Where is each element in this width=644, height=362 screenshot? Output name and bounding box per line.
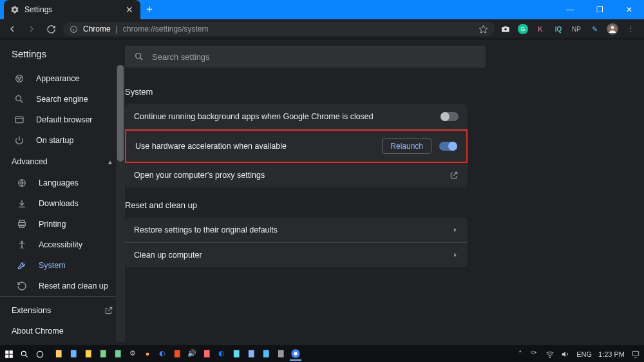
taskbar-ms-icon[interactable]: ▇ — [171, 348, 183, 359]
sidebar-item-languages[interactable]: Languages — [0, 173, 125, 193]
row-restore-defaults[interactable]: Restore settings to their original defau… — [125, 218, 468, 243]
browser-icon — [14, 115, 24, 125]
tray-chevron-icon[interactable]: ˄ — [518, 350, 522, 358]
sidebar-item-default-browser[interactable]: Default browser — [0, 110, 125, 130]
settings-sidebar: Settings Appearance Search engine Defaul… — [0, 39, 125, 345]
ext-np-icon[interactable]: NP — [571, 23, 582, 35]
row-cleanup-computer[interactable]: Clean up computer — [125, 243, 468, 267]
tray-clock[interactable]: 1:23 PM — [598, 350, 625, 358]
menu-kebab-icon[interactable]: ⋮ — [625, 23, 636, 35]
svg-point-28 — [37, 351, 43, 357]
taskbar-search-icon[interactable] — [19, 349, 30, 359]
svg-point-6 — [611, 26, 614, 30]
svg-line-12 — [21, 100, 23, 103]
sidebar-item-downloads[interactable]: Downloads — [0, 193, 125, 214]
accessibility-icon — [17, 240, 27, 250]
svg-point-33 — [550, 357, 551, 357]
svg-point-8 — [17, 77, 19, 79]
reset-card: Restore settings to their original defau… — [125, 218, 468, 267]
tray-notifications-icon[interactable] — [631, 350, 640, 359]
toggle-hardware-acceleration[interactable] — [439, 142, 457, 151]
row-label: Restore settings to their original defau… — [134, 225, 278, 234]
tray-volume-icon[interactable] — [561, 350, 570, 359]
brush-icon — [14, 73, 24, 84]
chevron-right-icon — [452, 227, 459, 233]
row-label: Use hardware acceleration when available — [135, 142, 287, 151]
sidebar-scrollbar-thumb[interactable] — [117, 65, 124, 162]
sidebar-item-label: Reset and clean up — [39, 281, 108, 291]
new-tab-button[interactable]: ＋ — [140, 0, 158, 18]
bookmark-star-icon[interactable] — [478, 24, 488, 34]
ext-camera-icon[interactable] — [500, 23, 511, 35]
ext-grammarly-icon[interactable]: G — [518, 24, 528, 34]
sidebar-extensions-link[interactable]: Extensions — [0, 296, 125, 324]
taskbar-chrome-active-icon[interactable] — [290, 348, 301, 361]
sidebar-item-accessibility[interactable]: Accessibility — [0, 234, 125, 255]
close-tab-icon[interactable]: ✕ — [125, 5, 134, 14]
taskbar-app3-icon[interactable]: ▇ — [231, 348, 242, 359]
svg-rect-25 — [10, 354, 13, 357]
sidebar-item-search-engine[interactable]: Search engine — [0, 89, 125, 110]
svg-rect-32 — [536, 352, 536, 352]
start-button[interactable] — [4, 349, 14, 359]
svg-rect-13 — [15, 117, 23, 122]
tray-wifi-icon[interactable] — [545, 350, 554, 359]
ext-k-icon[interactable]: K — [535, 23, 546, 35]
taskbar-chrome-icon[interactable]: ◐ — [156, 348, 168, 359]
relaunch-button[interactable]: Relaunch — [382, 138, 431, 154]
settings-search-input[interactable]: Search settings — [125, 46, 486, 68]
svg-point-9 — [20, 77, 21, 79]
tray-language[interactable]: ENG — [576, 350, 592, 358]
advanced-label: Advanced — [12, 157, 48, 166]
close-window-button[interactable]: ✕ — [614, 0, 644, 19]
svg-rect-22 — [5, 350, 8, 354]
sidebar-item-printing[interactable]: Printing — [0, 214, 125, 234]
sidebar-item-reset[interactable]: Reset and clean up — [0, 276, 125, 296]
cortana-icon[interactable] — [35, 349, 45, 359]
taskbar-settings-icon[interactable]: ⚙ — [127, 348, 138, 359]
svg-point-19 — [21, 241, 23, 243]
taskbar-firefox-icon[interactable]: ● — [142, 348, 153, 359]
ext-iq-icon[interactable]: IQ — [553, 23, 564, 35]
maximize-button[interactable]: ❐ — [585, 0, 614, 19]
sidebar-item-label: Search engine — [36, 95, 88, 104]
taskbar-app2-icon[interactable]: ▇ — [201, 348, 213, 359]
site-info-icon[interactable] — [70, 25, 78, 33]
ext-pen-icon[interactable]: ✎ — [589, 23, 600, 35]
reload-button[interactable] — [44, 22, 58, 36]
back-button[interactable] — [5, 22, 19, 36]
open-external-icon — [450, 171, 459, 180]
browser-tab[interactable]: Settings ✕ — [4, 0, 140, 19]
taskbar-app5-icon[interactable]: ▇ — [260, 348, 272, 359]
taskbar-app6-icon[interactable]: ▇ — [275, 348, 287, 359]
row-hardware-acceleration[interactable]: Use hardware acceleration when available… — [125, 129, 468, 163]
taskbar-explorer-icon[interactable]: ▇ — [53, 348, 64, 359]
sidebar-item-label: Default browser — [36, 115, 93, 124]
taskbar-mail-icon[interactable]: ▇ — [82, 348, 94, 359]
taskbar-sound-icon[interactable]: 🔊 — [186, 348, 198, 359]
row-proxy-settings[interactable]: Open your computer's proxy settings — [125, 163, 468, 187]
sidebar-item-appearance[interactable]: Appearance — [0, 68, 125, 89]
taskbar-app-icon[interactable]: ▇ — [97, 348, 109, 359]
sidebar-item-system[interactable]: System — [0, 255, 125, 276]
minimize-button[interactable]: — — [555, 0, 585, 19]
sidebar-item-label: Printing — [39, 220, 66, 229]
svg-rect-18 — [20, 225, 24, 227]
sidebar-advanced-toggle[interactable]: Advanced ▲ — [0, 151, 125, 173]
taskbar-camtasia-icon[interactable]: ▇ — [112, 348, 124, 359]
sidebar-about-link[interactable]: About Chrome — [0, 324, 125, 345]
taskbar-store-icon[interactable]: ▇ — [68, 348, 79, 359]
row-background-apps[interactable]: Continue running background apps when Go… — [125, 104, 468, 129]
taskbar-app4-icon[interactable]: ▇ — [245, 348, 257, 359]
svg-point-11 — [16, 96, 21, 101]
profile-avatar[interactable] — [607, 23, 618, 35]
address-bar[interactable]: Chrome | chrome://settings/system — [63, 22, 495, 36]
taskbar-edge-icon[interactable]: ◐ — [216, 348, 227, 359]
toggle-background-apps[interactable] — [440, 112, 459, 121]
tray-battery-icon[interactable] — [529, 351, 539, 357]
taskbar-pinned-apps: ▇ ▇ ▇ ▇ ▇ ⚙ ● ◐ ▇ 🔊 ▇ ◐ ▇ ▇ ▇ ▇ — [53, 348, 301, 361]
svg-rect-34 — [632, 351, 638, 356]
forward-button[interactable] — [24, 22, 39, 36]
sidebar-item-on-startup[interactable]: On startup — [0, 130, 125, 151]
svg-point-26 — [21, 351, 26, 356]
